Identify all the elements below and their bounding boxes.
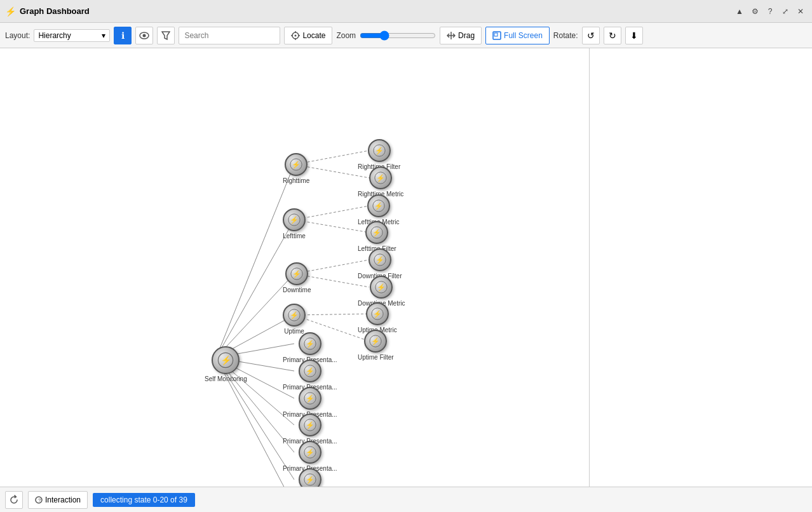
node-icon: ⚡ bbox=[299, 387, 321, 410]
node-label: Uptime Filter bbox=[358, 354, 394, 361]
node-primary2[interactable]: ⚡Primary Presenta... bbox=[283, 360, 337, 391]
settings-button[interactable]: ⚙ bbox=[748, 5, 761, 18]
svg-text:⚡: ⚡ bbox=[306, 421, 315, 429]
node-icon: ⚡ bbox=[283, 208, 306, 231]
svg-point-1 bbox=[143, 34, 146, 37]
expand-button[interactable]: ⤢ bbox=[779, 5, 792, 18]
status-progress: collecting state 0-20 of 39 bbox=[93, 493, 195, 507]
node-icon: ⚡ bbox=[369, 248, 391, 271]
svg-text:⚡: ⚡ bbox=[306, 475, 315, 484]
node-icon: ⚡ bbox=[283, 304, 306, 327]
rotate-label: Rotate: bbox=[553, 31, 578, 40]
svg-text:?: ? bbox=[38, 497, 41, 503]
svg-text:⚡: ⚡ bbox=[306, 339, 315, 348]
svg-text:⚡: ⚡ bbox=[376, 173, 385, 182]
node-icon: ⚡ bbox=[212, 346, 240, 374]
svg-rect-10 bbox=[494, 33, 497, 36]
node-primary4[interactable]: ⚡Primary Presenta... bbox=[283, 414, 337, 445]
toolbar: Layout: Hierarchy ▾ ℹ Locate Zoom Drag F… bbox=[0, 23, 812, 48]
right-panel bbox=[590, 48, 812, 487]
node-icon: ⚡ bbox=[370, 276, 393, 299]
node-icon: ⚡ bbox=[299, 332, 321, 355]
svg-text:⚡: ⚡ bbox=[292, 160, 301, 169]
close-button[interactable]: ✕ bbox=[794, 5, 807, 18]
locate-button[interactable]: Locate bbox=[284, 27, 332, 44]
node-icon: ⚡ bbox=[366, 302, 389, 325]
node-label: Downtime bbox=[283, 286, 311, 293]
help-button[interactable]: ? bbox=[764, 5, 776, 18]
interaction-label: Interaction bbox=[45, 495, 81, 504]
node-icon: ⚡ bbox=[285, 262, 308, 285]
node-primary6[interactable]: ⚡Primary Presenta... bbox=[283, 468, 337, 487]
drag-label: Drag bbox=[458, 31, 475, 40]
status-refresh-button[interactable] bbox=[5, 491, 23, 509]
app-title: Graph Dashboard bbox=[20, 6, 733, 16]
svg-marker-2 bbox=[162, 32, 170, 39]
fullscreen-button[interactable]: Full Screen bbox=[485, 27, 550, 44]
node-lefttime[interactable]: ⚡Lefttime bbox=[283, 208, 306, 239]
node-label: Self Monitoring bbox=[205, 375, 247, 382]
node-icon: ⚡ bbox=[368, 139, 391, 162]
node-label: Righttime bbox=[283, 177, 309, 184]
node-lefttime-filter[interactable]: ⚡Lefttime Filter bbox=[358, 221, 396, 252]
main-content: ⚡Self Monitoring⚡Righttime⚡Lefttime⚡Down… bbox=[0, 48, 812, 487]
node-self-monitoring[interactable]: ⚡Self Monitoring bbox=[205, 346, 247, 382]
eye-button[interactable] bbox=[135, 27, 153, 44]
node-icon: ⚡ bbox=[364, 330, 387, 353]
svg-text:⚡: ⚡ bbox=[376, 255, 384, 264]
node-icon: ⚡ bbox=[299, 468, 321, 487]
node-icon: ⚡ bbox=[285, 153, 308, 176]
graph-area: ⚡Self Monitoring⚡Righttime⚡Lefttime⚡Down… bbox=[0, 48, 589, 487]
rotate-right-button[interactable]: ↻ bbox=[604, 27, 621, 44]
layout-dropdown[interactable]: Hierarchy ▾ bbox=[34, 29, 110, 42]
locate-label: Locate bbox=[302, 31, 325, 40]
svg-text:⚡: ⚡ bbox=[220, 355, 232, 366]
title-bar: ⚡ Graph Dashboard ▲ ⚙ ? ⤢ ✕ bbox=[0, 0, 812, 23]
node-icon: ⚡ bbox=[369, 166, 392, 189]
zoom-label: Zoom bbox=[336, 31, 356, 40]
node-righttime[interactable]: ⚡Righttime bbox=[283, 153, 309, 184]
node-icon: ⚡ bbox=[299, 360, 321, 382]
svg-text:⚡: ⚡ bbox=[371, 337, 380, 346]
node-icon: ⚡ bbox=[365, 221, 388, 244]
graph-canvas[interactable]: ⚡Self Monitoring⚡Righttime⚡Lefttime⚡Down… bbox=[0, 48, 590, 487]
node-downtime-filter[interactable]: ⚡Downtime Filter bbox=[358, 248, 402, 280]
chevron-down-icon: ▾ bbox=[102, 31, 105, 40]
node-uptime[interactable]: ⚡Uptime bbox=[283, 304, 306, 335]
node-primary5[interactable]: ⚡Primary Presenta... bbox=[283, 441, 337, 472]
svg-text:⚡: ⚡ bbox=[306, 448, 315, 457]
info-button[interactable]: ℹ bbox=[114, 27, 132, 44]
svg-text:⚡: ⚡ bbox=[375, 146, 384, 155]
download-button[interactable]: ⬇ bbox=[625, 27, 643, 44]
svg-point-4 bbox=[295, 34, 297, 36]
node-downtime[interactable]: ⚡Downtime bbox=[283, 262, 311, 293]
node-label: Lefttime bbox=[283, 232, 306, 239]
svg-text:⚡: ⚡ bbox=[377, 283, 386, 292]
interaction-button[interactable]: ? Interaction bbox=[28, 491, 88, 509]
rotate-left-button[interactable]: ↺ bbox=[582, 27, 600, 44]
svg-text:⚡: ⚡ bbox=[306, 367, 315, 375]
node-icon: ⚡ bbox=[367, 194, 390, 217]
status-bar: ? Interaction collecting state 0-20 of 3… bbox=[0, 487, 812, 512]
node-primary1[interactable]: ⚡Primary Presenta... bbox=[283, 332, 337, 363]
svg-text:⚡: ⚡ bbox=[373, 309, 382, 318]
window-controls: ▲ ⚙ ? ⤢ ✕ bbox=[733, 5, 807, 18]
fullscreen-label: Full Screen bbox=[504, 31, 543, 40]
drag-button[interactable]: Drag bbox=[440, 27, 482, 44]
svg-text:⚡: ⚡ bbox=[374, 201, 383, 210]
app-icon: ⚡ bbox=[5, 6, 16, 17]
node-righttime-metric[interactable]: ⚡Righttime Metric bbox=[358, 166, 403, 198]
zoom-slider[interactable] bbox=[360, 30, 436, 41]
minimize-button[interactable]: ▲ bbox=[733, 5, 746, 18]
progress-text: collecting state 0-20 of 39 bbox=[100, 495, 187, 504]
node-righttime-filter[interactable]: ⚡Righttime Filter bbox=[358, 139, 400, 170]
layout-value: Hierarchy bbox=[38, 31, 71, 40]
node-uptime-filter[interactable]: ⚡Uptime Filter bbox=[358, 330, 394, 361]
svg-text:⚡: ⚡ bbox=[372, 228, 381, 237]
filter-button[interactable] bbox=[157, 27, 175, 44]
node-uptime-metric[interactable]: ⚡Uptime Metric bbox=[358, 302, 397, 333]
search-input[interactable] bbox=[179, 27, 280, 44]
layout-label: Layout: bbox=[5, 31, 30, 40]
node-icon: ⚡ bbox=[299, 441, 321, 464]
svg-text:⚡: ⚡ bbox=[290, 311, 299, 320]
